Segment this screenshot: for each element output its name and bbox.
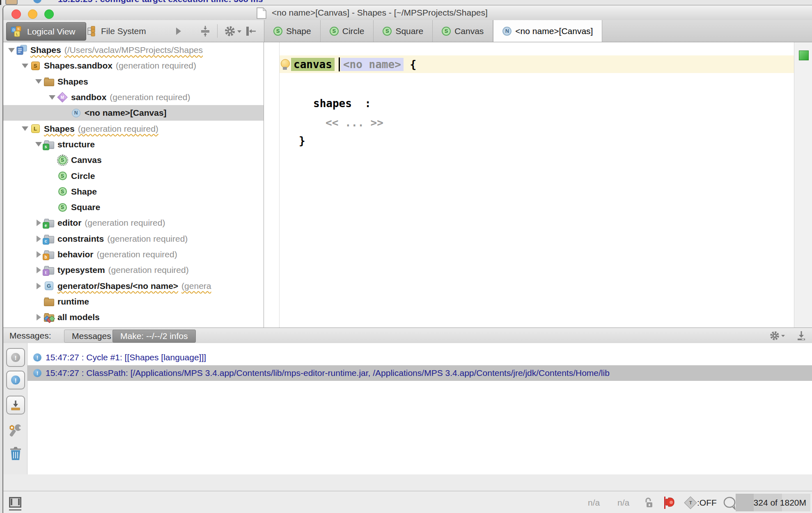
canvas-keyword-cell[interactable]: canvas <box>291 58 335 71</box>
editor-tab-shape[interactable]: S Shape <box>264 20 321 42</box>
tree-row-concept-square[interactable]: S Square <box>3 199 264 215</box>
typesystem-toggle-label[interactable]: :OFF <box>697 491 717 513</box>
tree-item-suffix: (generation required) <box>108 265 189 275</box>
zoom-window-button[interactable] <box>44 9 54 19</box>
export-to-file-icon[interactable] <box>796 330 807 341</box>
editor-tab-circle[interactable]: S Circle <box>321 20 374 42</box>
behavior-aspect-icon: b <box>44 250 54 259</box>
tree-row-concept-circle[interactable]: S Circle <box>3 168 264 183</box>
tree-row-runtime[interactable]: runtime <box>3 294 264 309</box>
expander-open-icon[interactable] <box>20 126 30 131</box>
settings-wrench-icon[interactable] <box>7 422 24 439</box>
tree-row-editor-aspect[interactable]: e editor (generation required) <box>3 215 264 231</box>
tab-logical-view[interactable]: D S L Logical View <box>6 22 86 41</box>
caret-position-indicator[interactable]: n/a <box>588 491 600 513</box>
messages-tool-window: Messages: Messages Make: --/--/2 infos <box>3 327 812 474</box>
no-errors-indicator[interactable] <box>799 50 809 60</box>
tree-item-suffix: (generation required) <box>107 234 188 244</box>
tree-item-suffix: (generation required) <box>78 124 158 133</box>
editor-tab-square[interactable]: S Square <box>374 20 433 42</box>
tab-messages[interactable]: Messages <box>64 330 119 343</box>
project-tree: Shapes(/Users/vaclav/MPSProjects/Shapes … <box>3 42 264 327</box>
editor-line-canvas[interactable]: canvas <no name> { <box>280 55 794 73</box>
toggle-toolwindow-buttons-icon[interactable] <box>9 497 21 508</box>
tree-row-behavior-aspect[interactable]: b behavior (generation required) <box>3 247 264 262</box>
tab-logical-view-label: Logical View <box>27 27 76 37</box>
message-row-classpath[interactable]: ! 15:47:27 : ClassPath: [/Applications/M… <box>28 365 812 381</box>
expander-closed-icon[interactable] <box>34 314 44 321</box>
gear-settings-icon[interactable] <box>224 25 242 37</box>
language-icon: L <box>30 124 41 134</box>
node-editor[interactable]: canvas <no name> { shapes : << ... >> } <box>264 42 794 327</box>
tree-row-shapes-folder[interactable]: Shapes <box>3 74 264 89</box>
empty-collection-cell[interactable]: << ... >> <box>326 117 383 129</box>
tree-item-suffix: (genera <box>181 281 211 291</box>
autoscroll-to-end-button[interactable] <box>6 396 25 415</box>
minimize-window-button[interactable] <box>28 9 37 19</box>
tab-make[interactable]: Make: --/--/2 infos <box>112 330 196 343</box>
typesystem-diamond-icon[interactable]: T <box>684 496 697 509</box>
tree-item-name: sandbox <box>71 92 106 102</box>
expander-open-icon[interactable] <box>34 79 44 84</box>
tree-row-no-name-canvas[interactable]: N <no name>[Canvas] <box>3 105 264 121</box>
filter-info-button[interactable]: ! <box>6 371 25 389</box>
write-access-lock-icon[interactable] <box>644 497 654 508</box>
memory-indicator[interactable]: 324 of 1820M <box>736 494 810 511</box>
tree-item-name: Shapes <box>30 45 61 55</box>
message-text: 15:47:27 : ClassPath: [/Applications/MPS… <box>46 368 610 378</box>
editor-line-shapes[interactable]: shapes : <box>313 94 794 112</box>
tree-row-constraints-aspect[interactable]: c constraints (generation required) <box>3 231 264 247</box>
background-info-icon <box>33 0 41 3</box>
message-text: 15:47:27 : Cycle #1: [[Shapes [language]… <box>46 353 206 362</box>
expander-closed-icon[interactable] <box>34 220 44 226</box>
editor-tab-label: Square <box>395 26 423 36</box>
tree-row-concept-canvas[interactable]: S Canvas <box>3 152 264 168</box>
svg-text:S: S <box>17 27 19 31</box>
tool-window-header: D S L Logical View <box>3 20 264 42</box>
expander-open-icon[interactable] <box>20 64 30 68</box>
name-cell[interactable]: <no name> <box>341 58 404 71</box>
editor-tab-label: <no name>[Canvas] <box>515 26 593 36</box>
tab-file-system[interactable]: File System <box>85 22 163 40</box>
intention-lightbulb-icon[interactable] <box>280 59 289 70</box>
expander-open-icon[interactable] <box>47 95 57 100</box>
tree-row-typesystem-aspect[interactable]: t typesystem (generation required) <box>3 262 264 278</box>
tree-row-all-models[interactable]: all models <box>3 309 264 325</box>
expand-node-icon[interactable] <box>172 25 184 37</box>
tree-row-shapes-sandbox[interactable]: S Shapes.sandbox (generation required) <box>3 58 264 73</box>
title-bar[interactable]: <no name>[Canvas] - Shapes - [~/MPSProje… <box>3 5 812 21</box>
collapse-all-icon[interactable] <box>200 25 211 37</box>
tree-row-generator[interactable]: G generator/Shapes/<no name>(genera <box>3 278 264 293</box>
expander-closed-icon[interactable] <box>34 283 44 289</box>
expander-open-icon[interactable] <box>7 48 16 53</box>
red-indicator-icon[interactable] <box>662 496 677 510</box>
tree-row-structure[interactable]: s structure <box>3 137 264 152</box>
concept-icon: S <box>330 27 339 36</box>
encoding-indicator[interactable]: n/a <box>617 491 629 513</box>
error-stripe[interactable] <box>794 42 812 327</box>
expander-closed-icon[interactable] <box>34 267 44 273</box>
tree-row-concept-shape[interactable]: S Shape <box>3 184 264 199</box>
expander-open-icon[interactable] <box>34 142 44 147</box>
message-row-cycle[interactable]: ! 15:47:27 : Cycle #1: [[Shapes [languag… <box>28 350 812 365</box>
editor-tab-no-name-canvas[interactable]: N <no name>[Canvas] <box>493 20 602 42</box>
tree-item-name: Shapes <box>57 77 88 87</box>
messages-gear-icon[interactable] <box>769 330 786 341</box>
tree-row-project-shapes[interactable]: Shapes(/Users/vaclav/MPSProjects/Shapes <box>3 42 264 58</box>
editor-line-placeholder[interactable]: << ... >> <box>326 114 794 131</box>
constraints-aspect-icon: c <box>44 234 54 244</box>
expander-closed-icon[interactable] <box>34 236 44 242</box>
tree-row-shapes-language[interactable]: L Shapes(generation required) <box>3 121 264 136</box>
tree-item-suffix: (generation required) <box>110 92 190 102</box>
clear-all-trash-icon[interactable] <box>7 445 24 462</box>
concept-icon: S <box>57 187 68 197</box>
all-models-icon <box>44 312 54 322</box>
event-log-balloon-icon[interactable] <box>723 497 737 510</box>
tree-row-sandbox-model[interactable]: M sandbox (generation required) <box>3 89 264 105</box>
close-window-button[interactable] <box>11 9 21 19</box>
hide-tool-window-icon[interactable] <box>245 25 256 37</box>
expander-closed-icon[interactable] <box>34 251 44 258</box>
window-title: <no name>[Canvas] - Shapes - [~/MPSProje… <box>272 5 488 20</box>
filter-errors-button[interactable]: ! <box>6 348 25 367</box>
editor-tab-canvas[interactable]: S Canvas <box>433 20 493 42</box>
